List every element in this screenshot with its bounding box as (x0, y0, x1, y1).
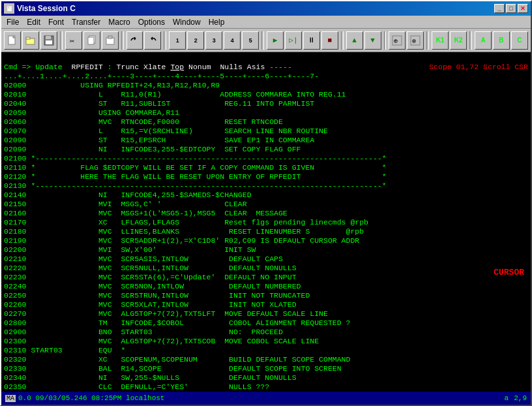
svg-rect-6 (46, 40, 52, 44)
code-line-33: 02340 NI SW,255-$NULLS DEFAULT NONULLS (4, 373, 528, 383)
status-ma-icon: MA (5, 395, 16, 402)
update-options: : (103, 63, 117, 71)
menu-font[interactable]: Font (44, 16, 68, 28)
tb-kb2-button[interactable]: K2 (450, 31, 467, 50)
code-line-6: 02070 L R15,=V(SRCHLINE) SEARCH LINE NBR… (4, 127, 528, 136)
tb-sep-1 (60, 31, 63, 50)
tb-copy2-button[interactable]: ⊕ (389, 31, 406, 50)
code-line-14: 02150 MVI MSGS,C' ' CLEAR (4, 200, 528, 209)
tb-step-button[interactable]: ▷| (285, 31, 302, 50)
code-line-19: 02200 MVI SW,X'00' INIT SW (4, 245, 528, 255)
menu-file[interactable]: File (3, 16, 23, 28)
svg-text:⊗: ⊗ (412, 38, 416, 45)
tb-kb1-button[interactable]: K1 (432, 31, 449, 50)
code-line-8: 02090 NI INFCODE3,255-$EDTCOPY SET COPY … (4, 145, 528, 154)
scope-label: Scope 01,72 Scroll CSR (429, 63, 528, 72)
tb-undo-button[interactable] (126, 31, 143, 50)
code-line-12: 02130 *---------------------------------… (4, 181, 528, 191)
code-line-16: 02170 XC LFLAGS,LFLAGS Reset flgs pendin… (4, 218, 528, 227)
tb-B-button[interactable]: B (493, 31, 510, 50)
code-line-9: 02100 *---------------------------------… (4, 154, 528, 163)
code-line-17: 02180 MVC LLINES,BLANKS RESET LINENUMBER… (4, 227, 528, 236)
code-line-7: 02090 ST R15,EPSRCH SAVE EP1 IN COMMAREA (4, 136, 528, 145)
code-line-25: 02260 MVC SCR5XLAT,INTLOW INIT NOT XLATE… (4, 300, 528, 309)
title-bar: 🖥 Vista Session C _ □ ✕ (1, 1, 531, 16)
tb-pause-button[interactable]: ⏸ (303, 31, 320, 50)
menu-help[interactable]: Help (205, 16, 229, 28)
svg-text:⊕: ⊕ (394, 38, 398, 45)
tb-sep-2 (121, 31, 124, 50)
top-label: Top (170, 63, 184, 71)
title-bar-left: 🖥 Vista Session C (4, 3, 76, 14)
tb-f1-button[interactable]: 1 (169, 31, 186, 50)
tb-f3-button[interactable]: 3 (205, 31, 222, 50)
tb-down-button[interactable]: ▼ (364, 31, 381, 50)
status-info: 0.0 09/03/05.246 08:25PM localhost (18, 394, 505, 402)
status-bar: MA 0.0 09/03/05.246 08:25PM localhost a … (1, 392, 531, 405)
code-line-34: 02350 CLC DEFNULL,=C'YES' NULLS ??? (4, 383, 528, 392)
code-line-26: 02270 MVC ALG5TOP+7(72),TXT5LFT MOVE DEF… (4, 309, 528, 319)
tb-paste2-button[interactable]: ⊗ (407, 31, 424, 50)
tb-sep-4 (261, 31, 264, 50)
menu-window[interactable]: Window (169, 16, 205, 28)
tb-paste-button[interactable] (102, 31, 119, 50)
code-line-32: 02330 BAL R14,SCOPE DEFAULT SCOPE INTO S… (4, 364, 528, 373)
tb-sep-6 (384, 31, 387, 50)
tb-new-button[interactable] (4, 31, 21, 50)
status-key-value: a (505, 394, 509, 402)
tb-stop-button[interactable]: ■ (321, 31, 338, 50)
tb-copy-button[interactable] (83, 31, 100, 50)
window-icon: 🖥 (4, 3, 14, 14)
ruler-line: ...+....1....+....2....+----3----+----4-… (4, 72, 528, 81)
terminal-area[interactable]: Update RPFEDIT : Trunc Xlate Top Nonum N… (1, 52, 531, 392)
tb-sep-5 (341, 31, 344, 50)
tb-cut-button[interactable]: ✂ (65, 31, 82, 50)
code-line-11: 02120 * HERE THE FLAG WILL BE RESET UPON… (4, 172, 528, 181)
menu-options[interactable]: Options (134, 16, 169, 28)
xlate-label: Xlate (143, 63, 166, 71)
code-line-3: 02040 ST R11,SUBLIST REG.11 INTO PARMLIS… (4, 99, 528, 108)
menu-edit[interactable]: Edit (23, 16, 44, 28)
tb-f4-button[interactable]: 4 (224, 31, 241, 50)
tb-f5-button[interactable]: 5 (242, 31, 259, 50)
tb-play-button[interactable]: ▶ (267, 31, 284, 50)
tb-open-button[interactable] (22, 31, 39, 50)
tb-redo-button[interactable] (144, 31, 161, 50)
code-line-1: 02000 USING RPFEDIT+24,R13,R12,R10,R9 (4, 81, 528, 90)
tb-A-button[interactable]: A (475, 31, 492, 50)
update-sep4 (211, 63, 220, 71)
menu-macro[interactable]: Macro (104, 16, 134, 28)
maximize-button[interactable]: □ (506, 4, 516, 13)
code-line-27: 02800 TM INFCODE,$COBOL COBOL ALIGNMENT … (4, 319, 528, 328)
svg-rect-11 (108, 36, 112, 39)
svg-rect-9 (88, 37, 94, 44)
trunc-label: Trunc (117, 63, 140, 71)
window-title: Vista Session C (17, 4, 76, 13)
nonum-label: Nonum (188, 63, 211, 71)
asis-label: Asis (247, 63, 265, 71)
code-line-28: 02900 BNO START03 NO: PROCEED (4, 328, 528, 337)
tb-up-button[interactable]: ▲ (346, 31, 363, 50)
code-line-29: 02300 MVC ALG5TOP+7(72),TXT5COB MOVE COB… (4, 337, 528, 346)
code-line-10: 02110 * FLAG $EDTCOPY WILL BE SET IF A C… (4, 163, 528, 172)
nulls-label: Nulls (220, 63, 243, 71)
menu-transfer[interactable]: Transfer (68, 16, 104, 28)
code-line-31: 02320 XC SCOPENUM,SCOPENUM BUILD DEFAULT… (4, 355, 528, 364)
tb-save-button[interactable] (40, 31, 57, 50)
tb-sep-3 (164, 31, 166, 50)
status-key: a (505, 394, 509, 402)
code-line-23: 02240 MVC SCR5NON,INTLOW DEFAULT NUMBERE… (4, 282, 528, 291)
update-sep5 (243, 63, 247, 71)
close-button[interactable]: ✕ (518, 4, 528, 13)
code-line-20: 02210 MVC SCR5ASIS,INTLOW DEFAULT CAPS (4, 255, 528, 264)
window-frame: 🖥 Vista Session C _ □ ✕ File Edit Font T… (0, 0, 532, 406)
minimize-button[interactable]: _ (494, 4, 505, 13)
tb-sep-7 (426, 31, 429, 50)
tb-sep-8 (469, 31, 472, 50)
tb-f2-button[interactable]: 2 (187, 31, 204, 50)
tb-C-button[interactable]: C (511, 31, 528, 50)
update-sep3 (184, 63, 188, 71)
update-bar-line: Update RPFEDIT : Trunc Xlate Top Nonum N… (4, 54, 528, 63)
rpfedit-label: RPFEDIT (72, 63, 103, 71)
code-line-2: 02010 L R11,0(R1) ADDRESS COMMAREA INTO … (4, 90, 528, 99)
